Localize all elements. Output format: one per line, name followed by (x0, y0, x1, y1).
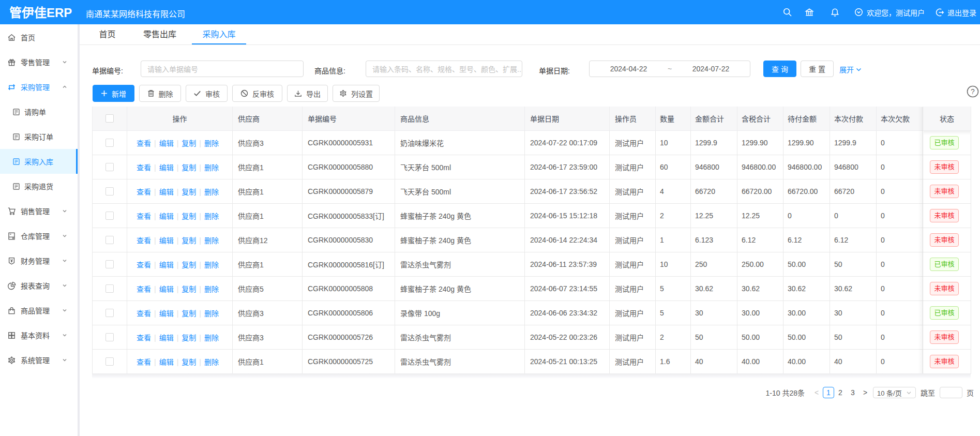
svg-text:?: ? (971, 87, 975, 96)
